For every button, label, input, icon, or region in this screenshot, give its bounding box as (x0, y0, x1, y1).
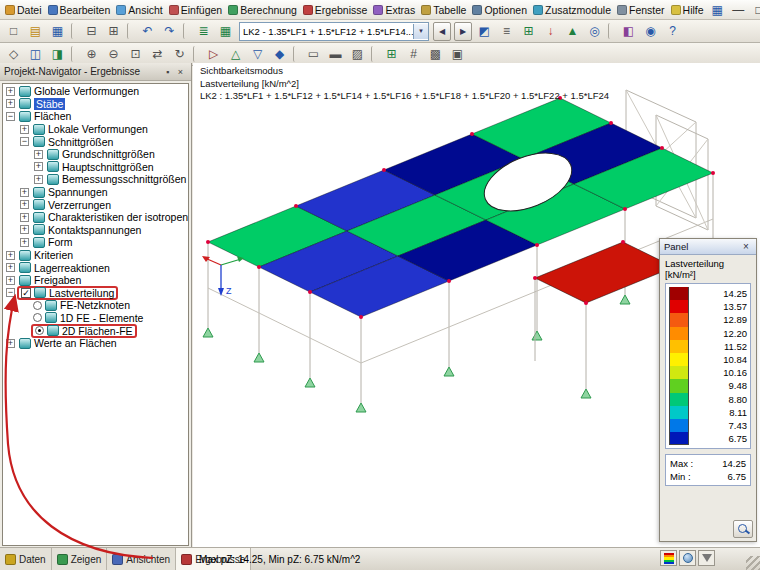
view-z-icon[interactable]: ▽ (247, 44, 268, 64)
modules-icon[interactable]: ◧ (618, 21, 639, 41)
tree-item[interactable]: FE-Netzknoten (3, 299, 188, 312)
filter-tab[interactable] (698, 550, 715, 566)
expander-icon[interactable]: − (6, 288, 15, 297)
menu-item[interactable]: Hilfe (668, 3, 707, 17)
save-icon[interactable]: ▦ (47, 21, 68, 41)
tree-item[interactable]: + Form (3, 236, 188, 249)
fe-mesh-icon[interactable]: ⊞ (518, 21, 539, 41)
undo-icon[interactable]: ↶ (137, 21, 158, 41)
result-values-icon[interactable]: ≡ (496, 21, 517, 41)
tree-item[interactable]: + Freigaben (3, 274, 188, 287)
expander-icon[interactable]: + (6, 276, 15, 285)
menu-item[interactable]: Datei (2, 3, 45, 17)
view-x-icon[interactable]: ▷ (203, 44, 224, 64)
mdi-minimize-icon[interactable]: — (728, 0, 749, 20)
menu-item[interactable]: Optionen (469, 3, 530, 17)
margins-icon[interactable]: ▣ (447, 44, 468, 64)
expander-icon[interactable]: + (20, 188, 29, 197)
tree-item[interactable]: − Schnittgrößen (3, 135, 188, 148)
expander-icon[interactable]: + (34, 162, 43, 171)
tree-item[interactable]: + Spannungen (3, 186, 188, 199)
expander-icon[interactable]: + (20, 125, 29, 134)
solid-model-icon[interactable]: ▬ (325, 44, 346, 64)
magnifier-icon[interactable] (733, 520, 753, 538)
navigator-close-icon[interactable]: × (174, 65, 187, 78)
copy-icon[interactable]: ⊞ (103, 21, 124, 41)
menu-item[interactable]: Berechnung (225, 3, 300, 17)
menu-item[interactable]: Ergebnisse (300, 3, 371, 17)
redo-icon[interactable]: ↷ (159, 21, 180, 41)
tree-item[interactable]: + Lagerreaktionen (3, 261, 188, 274)
expander-icon[interactable]: + (34, 175, 43, 184)
mdi-restore-icon[interactable]: □ (749, 0, 760, 20)
separator[interactable] (71, 46, 78, 62)
transparent-icon[interactable]: ▨ (347, 44, 368, 64)
panel-close-icon[interactable]: × (740, 241, 752, 253)
loadcase-combo[interactable]: LK2 - 1.35*LF1 + 1.5*LF12 + 1.5*LF14... … (239, 22, 429, 41)
help-icon[interactable]: ? (662, 21, 683, 41)
tree-item[interactable]: + Kriterien (3, 249, 188, 262)
expander-icon[interactable]: + (6, 263, 15, 272)
info-icon[interactable]: ◉ (640, 21, 661, 41)
show-results-icon[interactable]: ◩ (474, 21, 495, 41)
menu-item[interactable]: Extras (370, 3, 418, 17)
tree-item[interactable]: + Hauptschnittgrößen (3, 161, 188, 174)
numbering-icon[interactable]: # (403, 44, 424, 64)
menu-item[interactable]: Zusatzmodule (530, 3, 614, 17)
tree-item[interactable]: 2D Flächen-FE (3, 324, 188, 337)
expander-icon[interactable]: + (20, 238, 29, 247)
color-scale-tab[interactable] (660, 550, 677, 566)
tree-item[interactable]: − Flächen (3, 110, 188, 123)
tables-icon[interactable]: ▦ (215, 21, 236, 41)
visible-objects-icon[interactable]: ◨ (47, 44, 68, 64)
pan-icon[interactable]: ⇄ (147, 44, 168, 64)
tree-item[interactable]: 1D FE - Elemente (3, 312, 188, 325)
separator[interactable] (183, 23, 190, 39)
menu-item[interactable]: Einfügen (166, 3, 225, 17)
tree-item[interactable]: + Charakteristiken der isotropen Fläche (3, 211, 188, 224)
zoom-window-icon[interactable]: ⊡ (125, 44, 146, 64)
radio-button[interactable] (33, 313, 42, 322)
render-icon[interactable]: ◎ (584, 21, 605, 41)
separator[interactable] (71, 23, 78, 39)
panel-title-bar[interactable]: Panel × (660, 239, 756, 255)
tree-item[interactable]: + Grundschnittgrößen (3, 148, 188, 161)
print-icon[interactable]: ⊟ (81, 21, 102, 41)
visibility-mode-icon[interactable]: ◫ (25, 44, 46, 64)
expander-icon[interactable]: + (6, 99, 15, 108)
display-factors-tab[interactable] (679, 550, 696, 566)
combo-dropdown-icon[interactable]: ▼ (413, 24, 428, 39)
table-view-icon[interactable]: ▦ (707, 0, 728, 20)
next-loadcase-button[interactable]: ▶ (454, 22, 472, 41)
previous-loadcase-button[interactable]: ◀ (433, 22, 451, 41)
separator[interactable] (127, 23, 134, 39)
expander-icon[interactable]: + (6, 87, 15, 96)
expander-icon[interactable]: + (20, 213, 29, 222)
separator[interactable] (371, 46, 378, 62)
zoom-out-icon[interactable]: ⊖ (103, 44, 124, 64)
tree-item[interactable]: + Bemessungsschnittgrößen (3, 173, 188, 186)
background-icon[interactable]: ▩ (425, 44, 446, 64)
expander-icon[interactable]: + (20, 225, 29, 234)
checkbox[interactable] (21, 288, 31, 298)
expander-icon[interactable]: + (6, 251, 15, 260)
separator[interactable] (193, 46, 200, 62)
tree-item[interactable]: − Lastverteilung (3, 287, 188, 300)
calculation-icon[interactable]: ≣ (193, 21, 214, 41)
tree-item[interactable]: + Globale Verformungen (3, 85, 188, 98)
expander-icon[interactable]: − (20, 137, 29, 146)
open-project-icon[interactable]: ▤ (25, 21, 46, 41)
tree-item[interactable]: + Verzerrungen (3, 198, 188, 211)
pin-icon[interactable]: ▪ (161, 65, 174, 78)
menu-item[interactable]: Fenster (614, 3, 668, 17)
wireframe-icon[interactable]: ▭ (303, 44, 324, 64)
isometric-view-icon[interactable]: ◆ (269, 44, 290, 64)
expander-icon[interactable]: + (20, 200, 29, 209)
loads-icon[interactable]: ↓ (540, 21, 561, 41)
new-project-icon[interactable]: □ (3, 21, 24, 41)
separator[interactable] (293, 46, 300, 62)
expander-icon[interactable]: + (34, 150, 43, 159)
rotate-view-icon[interactable]: ↻ (169, 44, 190, 64)
expander-icon[interactable]: − (6, 112, 15, 121)
tab-daten[interactable]: Daten (0, 548, 52, 570)
